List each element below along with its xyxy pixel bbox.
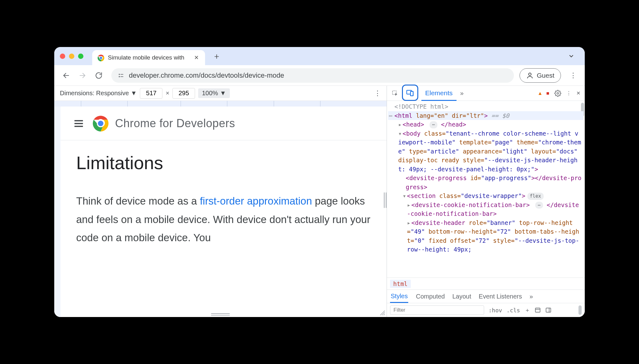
dom-cookie-bar[interactable]: <devsite-cookie-notification-bar> ⋯ </de…	[388, 200, 584, 218]
more-style-tabs-icon[interactable]: »	[530, 293, 533, 300]
dom-tree[interactable]: <!DOCTYPE html> <html lang="en" dir="ltr…	[387, 101, 585, 278]
page-link[interactable]: first-order approximation	[200, 195, 312, 207]
dom-breadcrumb[interactable]: html	[387, 278, 585, 289]
toolbar: developer.chrome.com/docs/devtools/devic…	[54, 65, 585, 86]
height-input[interactable]	[172, 88, 195, 99]
tab-title: Simulate mobile devices with	[108, 54, 189, 61]
error-icon[interactable]: ■	[546, 91, 549, 96]
window-maximize-icon[interactable]	[78, 54, 83, 59]
dimensions-label[interactable]: Dimensions: Responsive ▼	[60, 90, 137, 97]
svg-point-23	[557, 92, 559, 94]
devtools-panel: Elements » ▲ ■ ⋮ ✕ <!DOCTYPE html> <html…	[387, 86, 585, 317]
svg-point-9	[529, 73, 531, 75]
site-title: Chrome for Developers	[115, 117, 235, 130]
svg-rect-8	[120, 76, 123, 77]
dom-html-element[interactable]: <html lang="en" dir="ltr"> == $0	[388, 111, 584, 120]
more-tabs-icon[interactable]: »	[458, 90, 466, 97]
device-mode-pane: Dimensions: Responsive ▼ × 100% ▼ ⋮	[54, 86, 387, 317]
resize-handle-bottom[interactable]	[211, 313, 230, 316]
svg-point-5	[119, 74, 120, 75]
dom-head[interactable]: <head> ⋯ </head>	[388, 120, 584, 129]
page-heading: Limitations	[76, 152, 371, 173]
site-info-icon[interactable]	[118, 72, 124, 79]
new-style-rule-icon[interactable]: ＋	[525, 306, 530, 314]
dom-progress[interactable]: <devsite-progress id="app-progress"></de…	[388, 174, 584, 191]
browser-tab[interactable]: Simulate mobile devices with ✕	[92, 50, 205, 65]
page-body: Limitations Think of device mode as a fi…	[61, 140, 387, 259]
warning-icon[interactable]: ▲	[537, 91, 542, 96]
dimension-cross: ×	[166, 90, 169, 97]
back-button[interactable]	[59, 69, 73, 82]
reload-button[interactable]	[92, 69, 106, 82]
ruler[interactable]	[54, 101, 387, 107]
breadcrumb-html[interactable]: html	[390, 280, 411, 288]
window-minimize-icon[interactable]	[69, 54, 74, 59]
profile-chip[interactable]: Guest	[520, 68, 561, 83]
devtools-tab-bar: Elements » ▲ ■ ⋮ ✕	[387, 86, 585, 101]
dom-section[interactable]: <section class="devsite-wrapper">flex	[388, 191, 584, 200]
svg-rect-6	[120, 74, 123, 75]
profile-label: Guest	[537, 72, 554, 79]
url-text: developer.chrome.com/docs/devtools/devic…	[129, 71, 284, 80]
tab-favicon-icon	[97, 54, 104, 61]
dom-header[interactable]: <devsite-header role="banner" top-row--h…	[388, 218, 584, 254]
svg-rect-21	[410, 91, 413, 96]
page-header: Chrome for Developers	[61, 107, 387, 140]
toggle-device-toolbar-icon[interactable]	[402, 85, 418, 101]
browser-menu-icon[interactable]: ⋮	[567, 71, 580, 80]
svg-rect-24	[535, 308, 540, 312]
svg-rect-25	[546, 308, 551, 312]
cls-toggle[interactable]: .cls	[506, 307, 520, 314]
browser-window: Simulate mobile devices with ✕ ＋ develop…	[54, 47, 585, 317]
site-logo[interactable]: Chrome for Developers	[92, 115, 235, 132]
zoom-select[interactable]: 100% ▼	[198, 88, 230, 98]
svg-point-7	[119, 76, 120, 77]
dom-body[interactable]: <body class="tenant--chrome color-scheme…	[388, 129, 584, 174]
devtools-settings-icon[interactable]	[552, 90, 563, 97]
resize-handle-corner[interactable]	[379, 309, 386, 316]
styles-scrollbar[interactable]	[578, 305, 582, 315]
device-toolbar-menu-icon[interactable]: ⋮	[374, 89, 381, 97]
toggle-panel-icon[interactable]	[545, 307, 552, 313]
device-toolbar: Dimensions: Responsive ▼ × 100% ▼ ⋮	[54, 86, 387, 101]
svg-line-18	[384, 314, 385, 315]
width-input[interactable]	[140, 88, 162, 99]
tab-layout[interactable]: Layout	[452, 293, 471, 300]
simulated-page[interactable]: Chrome for Developers Limitations Think …	[61, 107, 387, 317]
tab-computed[interactable]: Computed	[416, 293, 445, 300]
svg-rect-12	[75, 126, 83, 127]
hamburger-icon[interactable]	[73, 118, 84, 129]
tab-close-icon[interactable]: ✕	[193, 53, 200, 62]
address-bar[interactable]: developer.chrome.com/docs/devtools/devic…	[111, 68, 514, 83]
styles-toolbar: :hov .cls ＋	[387, 303, 585, 317]
titlebar: Simulate mobile devices with ✕ ＋	[54, 47, 585, 65]
new-tab-button[interactable]: ＋	[208, 51, 225, 62]
styles-tab-bar: Styles Computed Layout Event Listeners »	[387, 289, 585, 303]
resize-handle-right[interactable]	[383, 191, 387, 210]
forward-button[interactable]	[76, 69, 89, 82]
tab-search-icon[interactable]	[563, 51, 579, 61]
page-paragraph: Think of device mode as a first-order ap…	[76, 192, 371, 247]
traffic-lights	[60, 54, 83, 59]
devtools-menu-icon[interactable]: ⋮	[564, 90, 573, 96]
window-close-icon[interactable]	[60, 54, 65, 59]
hov-toggle[interactable]: :hov	[488, 307, 502, 314]
svg-rect-10	[75, 120, 83, 121]
styles-filter-input[interactable]	[390, 305, 484, 315]
devtools-close-icon[interactable]: ✕	[574, 90, 582, 96]
svg-rect-11	[75, 123, 83, 124]
computed-sidebar-icon[interactable]	[535, 307, 541, 313]
tab-elements[interactable]: Elements	[421, 86, 457, 101]
inspect-element-icon[interactable]	[389, 88, 401, 99]
tab-styles[interactable]: Styles	[390, 290, 408, 303]
dom-doctype: <!DOCTYPE html>	[394, 103, 448, 110]
tab-event-listeners[interactable]: Event Listeners	[479, 293, 522, 300]
